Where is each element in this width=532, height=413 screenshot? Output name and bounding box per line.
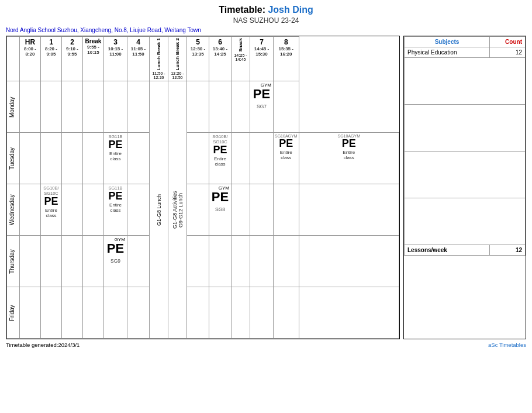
- wed-p7: [274, 184, 299, 236]
- count-col-header: Count: [490, 37, 526, 47]
- thu-p3: GYM PE SG9: [104, 236, 127, 287]
- friday-row: Friday: [7, 287, 399, 339]
- thu-p2: [62, 236, 83, 287]
- tue-p2: [62, 133, 83, 184]
- fri-p8: [299, 287, 399, 339]
- mon-p2: [62, 81, 83, 133]
- pe-count: 12: [490, 47, 526, 58]
- mon-hr: [20, 81, 41, 133]
- wed-p5: GYM PE SG8: [209, 184, 232, 236]
- fri-break: [83, 287, 104, 339]
- tuesday-row: Tuesday SG11B PE Entireclass: [7, 133, 399, 184]
- subjects-panel: Subjects Count Physical Education 12: [403, 36, 526, 339]
- thu-p6: [232, 236, 250, 287]
- generated-date: Timetable generated:2024/3/1: [6, 342, 80, 348]
- tue-snack: [250, 133, 274, 184]
- thu-p5: [209, 236, 232, 287]
- wed-p3: SG11B PE Entireclass: [104, 184, 127, 236]
- tue-lb2: [187, 133, 209, 184]
- filler-cell2: [405, 105, 526, 152]
- wednesday-row: Wednesday SG10B/SG10C PE Entireclass SG1…: [7, 184, 399, 236]
- thu-break: [83, 236, 104, 287]
- subjects-header-row: Subjects Count: [405, 37, 526, 47]
- wed-p2: [62, 184, 83, 236]
- mon-p4: [127, 81, 150, 133]
- fri-p4: [127, 287, 150, 339]
- student-name: Josh Ding: [268, 5, 313, 15]
- fri-snack: [250, 287, 274, 339]
- thu-lb2: [187, 236, 209, 287]
- fri-p7: [274, 287, 299, 339]
- tue-hr: [20, 133, 41, 184]
- wed-p8: [299, 184, 399, 236]
- tue-p1: [41, 133, 62, 184]
- subjects-table: Subjects Count Physical Education 12: [404, 36, 526, 256]
- school-address: Nord Anglia School Suzhou, Xiangcheng, N…: [6, 27, 526, 33]
- timetable-container: HR 8:00 - 8:20 1 8:20 - 9:05 2 9:10 - 9:…: [6, 36, 400, 339]
- filler-cell4: [405, 198, 526, 245]
- pe-row: Physical Education 12: [405, 47, 526, 58]
- fri-hr: [20, 287, 41, 339]
- p2-header: 2 9:10 - 9:55: [62, 37, 83, 81]
- pe-subject: Physical Education: [405, 47, 490, 58]
- asc-timetables: aSc Timetables: [488, 342, 526, 348]
- thu-hr: [20, 236, 41, 287]
- thu-p1: [41, 236, 62, 287]
- wednesday-label: Wednesday: [7, 184, 20, 236]
- p4-header: 4 11:05 - 11:50: [127, 37, 150, 81]
- mon-p7: GYM PE SG7: [250, 81, 274, 133]
- mon-snack: [232, 81, 250, 133]
- filler-row3: [405, 152, 526, 198]
- thu-snack: [250, 236, 274, 287]
- tuesday-label: Tuesday: [7, 133, 20, 184]
- tue-p7: SG10AGYM PE Entireclass: [274, 133, 299, 184]
- thu-p8: [299, 236, 399, 287]
- wed-hr: [20, 184, 41, 236]
- snack-header: Snack 14:25 - 14:45: [232, 37, 250, 81]
- fri-p3: [104, 287, 127, 339]
- tue-p5: SG10B/SG10C PE Entireclass: [209, 133, 232, 184]
- mon-p1: [41, 81, 62, 133]
- wed-p6: [232, 184, 250, 236]
- filler-cell3: [405, 152, 526, 198]
- fri-p1: [41, 287, 62, 339]
- mon-lb2: G1-G8 ActivitiesG9-G12 Lunch: [168, 81, 187, 339]
- mon-p6: [209, 81, 232, 133]
- lessons-week-row: Lessons/week 12: [405, 245, 526, 256]
- p3-header: 3 10:15 - 11:00: [104, 37, 127, 81]
- p7-header: 7 14:45 - 15:30: [250, 37, 274, 81]
- p6-header: 6 13:40 - 14:25: [209, 37, 232, 81]
- mon-lb1: G1-G8 Lunch: [150, 81, 168, 339]
- lessons-week-label: Lessons/week: [405, 245, 490, 256]
- day-header: [7, 37, 20, 81]
- fri-p5: [209, 287, 232, 339]
- tue-p4: [127, 133, 150, 184]
- main-table: HR 8:00 - 8:20 1 8:20 - 9:05 2 9:10 - 9:…: [6, 36, 399, 339]
- mon-p3: [104, 81, 127, 133]
- subjects-col-header: Subjects: [405, 37, 490, 47]
- fri-lb2: [187, 287, 209, 339]
- p5-header: 5 12:50 - 13:35: [187, 37, 209, 81]
- wed-p4: [127, 184, 150, 236]
- lb1-header: Lunch Break 1 11:50 - 12:20: [150, 37, 168, 81]
- wed-break: [83, 184, 104, 236]
- monday-row: Monday G1-G8 Lunch G1-G8 ActivitiesG9-G1…: [7, 81, 399, 133]
- mon-p8: [274, 81, 299, 133]
- wed-p1: SG10B/SG10C PE Entireclass: [41, 184, 62, 236]
- tue-break: [83, 133, 104, 184]
- tue-p3: SG11B PE Entireclass: [104, 133, 127, 184]
- fri-p2: [62, 287, 83, 339]
- tue-p6: [232, 133, 250, 184]
- filler-row: [405, 58, 526, 105]
- filler-cell: [405, 58, 526, 105]
- hr-header: HR 8:00 - 8:20: [20, 37, 41, 81]
- monday-label: Monday: [7, 81, 20, 133]
- title-area: Timetable: Josh Ding NAS SUZHOU 23-24: [6, 5, 526, 25]
- wed-snack: [250, 184, 274, 236]
- filler-row4: [405, 198, 526, 245]
- mon-break: [83, 81, 104, 133]
- lessons-week-count: 12: [490, 245, 526, 256]
- thursday-label: Thursday: [7, 236, 20, 287]
- wed-lb2: [187, 184, 209, 236]
- lb2-header: Lunch Break 2 12:20 - 12:50: [168, 37, 187, 81]
